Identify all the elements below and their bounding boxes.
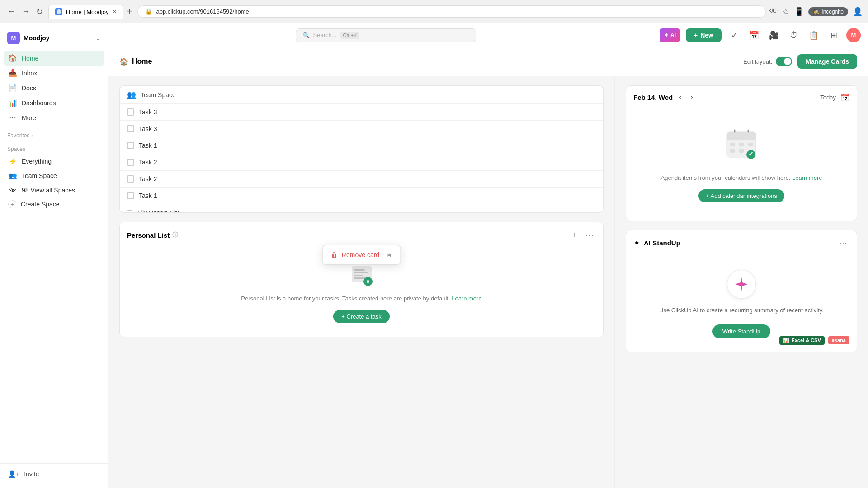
main-content: 🔍 Search... Ctrl+K ✦ AI + New ✓ 📅 🎥 ⏱ <box>108 23 868 488</box>
learn-more-link[interactable]: Learn more <box>452 295 481 302</box>
sidebar-nav: 🏠 Home 📥 Inbox 📄 Docs 📊 Dashboards ⋯ Mor… <box>0 49 108 127</box>
page-title: 🏠 Home <box>119 57 152 66</box>
remove-card-item[interactable]: 🗑 Remove card 🖱 <box>325 247 398 263</box>
task-checkbox[interactable] <box>127 175 134 183</box>
svg-text:✓: ✓ <box>748 150 754 158</box>
check-icon[interactable]: ✓ <box>727 28 741 42</box>
tab-title: Home | Moodjoy <box>66 9 108 15</box>
remove-card-label: Remove card <box>342 251 379 258</box>
spaces-item-everything[interactable]: ⚡ Everything <box>4 154 104 169</box>
workspace-header[interactable]: M Moodjoy ⌄ <box>0 27 108 49</box>
task-checkbox[interactable] <box>127 192 134 199</box>
edit-layout-toggle[interactable] <box>776 57 792 66</box>
reload-button[interactable]: ↻ <box>34 5 45 19</box>
spaces-item-create[interactable]: + Create Space <box>4 197 104 211</box>
calendar-icon[interactable]: 📅 <box>747 28 761 42</box>
user-avatar[interactable]: M <box>846 28 861 42</box>
svg-rect-13 <box>730 143 735 146</box>
cal-calendar-icon[interactable]: 📅 <box>840 93 849 102</box>
ai-standup-more-button[interactable]: ⋯ <box>837 237 849 249</box>
more-options-button[interactable]: ⋯ <box>583 229 596 241</box>
tab-favicon <box>55 8 62 15</box>
home-page-icon: 🏠 <box>119 57 128 66</box>
team-space-section-icon: 👥 <box>127 90 136 99</box>
create-task-button[interactable]: + Create a task <box>333 310 390 323</box>
task-checkbox[interactable] <box>127 108 134 116</box>
new-button[interactable]: + New <box>686 28 722 42</box>
svg-point-0 <box>57 9 61 14</box>
sidebar-item-inbox[interactable]: 📥 Inbox <box>4 66 104 80</box>
import-logos: 📊 Excel & CSV asana <box>779 336 849 345</box>
task-checkbox[interactable] <box>127 142 134 149</box>
cal-learn-more-link[interactable]: Learn more <box>792 174 822 181</box>
spaces-label: Spaces <box>0 141 108 154</box>
manage-cards-button[interactable]: Manage Cards <box>797 54 857 69</box>
table-row: Task 1 <box>120 137 603 154</box>
calendar-header: Feb 14, Wed ‹ › Today 📅 <box>626 86 857 108</box>
add-calendar-button[interactable]: + Add calendar integrations <box>698 189 784 202</box>
sidebar: M Moodjoy ⌄ 🏠 Home 📥 Inbox 📄 Docs 📊 Dash… <box>0 23 108 488</box>
sidebar-item-home[interactable]: 🏠 Home <box>4 51 104 66</box>
svg-rect-14 <box>739 143 744 146</box>
home-icon: 🏠 <box>8 54 17 62</box>
personal-list-title-text: Personal List <box>127 231 170 239</box>
favorites-label: Favorites › <box>0 127 108 141</box>
spaces-text: Spaces <box>7 146 25 152</box>
table-row: Task 2 <box>120 171 603 188</box>
forward-button[interactable]: → <box>20 5 32 18</box>
excel-logo: 📊 Excel & CSV <box>779 336 824 345</box>
task-list-card: 👥 Team Space Task 3 Task 3 <box>119 85 604 213</box>
browser-actions: 👁 ☆ 📱 🕵 Incognito 👤 <box>769 7 863 17</box>
address-bar[interactable]: 🔒 app.clickup.com/9016164592/home <box>137 5 766 18</box>
table-row: ☰ Lily Rose's List <box>120 204 603 212</box>
doc-icon[interactable]: 📋 <box>807 28 821 42</box>
sidebar-item-invite[interactable]: 👤+ Invite <box>4 467 104 481</box>
remove-card-dropdown: 🗑 Remove card 🖱 <box>322 245 401 265</box>
spaces-item-viewall[interactable]: 👁 98 View all Spaces <box>4 183 104 197</box>
back-button[interactable]: ← <box>5 5 17 18</box>
task-label: Task 2 <box>139 175 157 183</box>
cal-prev-button[interactable]: ‹ <box>676 92 684 102</box>
svg-rect-15 <box>748 143 753 146</box>
excel-icon: 📊 <box>783 338 789 343</box>
svg-rect-16 <box>730 149 735 153</box>
ai-badge[interactable]: ✦ AI <box>660 28 680 42</box>
grid-icon[interactable]: ⊞ <box>826 28 841 42</box>
incognito-icon: 🕵 <box>813 9 820 15</box>
tab-close-button[interactable]: × <box>112 8 116 16</box>
write-standup-button[interactable]: Write StandUp <box>712 324 770 338</box>
add-task-button[interactable]: + <box>568 229 580 241</box>
cal-today-button[interactable]: Today <box>820 94 836 101</box>
search-bar[interactable]: 🔍 Search... Ctrl+K <box>296 28 476 42</box>
everything-icon: ⚡ <box>8 157 17 165</box>
spaces-list: ⚡ Everything 👥 Team Space 👁 98 View all … <box>0 154 108 211</box>
spaces-item-everything-label: Everything <box>22 158 52 165</box>
sidebar-item-docs[interactable]: 📄 Docs <box>4 80 104 95</box>
spaces-item-teamspace[interactable]: 👥 Team Space <box>4 169 104 183</box>
sidebar-item-dashboards[interactable]: 📊 Dashboards <box>4 95 104 110</box>
spaces-item-teamspace-label: Team Space <box>22 172 57 179</box>
star-icon[interactable]: ☆ <box>782 7 789 17</box>
task-checkbox[interactable] <box>127 159 134 166</box>
inbox-icon: 📥 <box>8 69 17 77</box>
search-shortcut: Ctrl+K <box>340 32 360 39</box>
cal-date: Feb 14, Wed <box>633 94 673 101</box>
search-placeholder: Search... <box>313 32 337 38</box>
topbar-actions: + New ✓ 📅 🎥 ⏱ 📋 ⊞ M <box>686 28 861 42</box>
edit-layout: Edit layout: <box>743 57 792 66</box>
sidebar-item-more[interactable]: ⋯ More <box>4 110 104 125</box>
video-icon[interactable]: 🎥 <box>767 28 781 42</box>
cal-next-button[interactable]: › <box>688 92 696 102</box>
ai-standup-title: AI StandUp <box>644 239 837 247</box>
active-tab[interactable]: Home | Moodjoy × <box>48 5 123 19</box>
table-row: Task 3 <box>120 121 603 137</box>
new-tab-button[interactable]: + <box>125 5 134 19</box>
task-checkbox[interactable] <box>127 125 134 132</box>
user-avatar-browser: 👤 <box>853 7 863 17</box>
create-space-icon: + <box>8 200 16 208</box>
clock-icon[interactable]: ⏱ <box>787 28 801 42</box>
spaces-item-create-label: Create Space <box>21 201 60 208</box>
docs-icon: 📄 <box>8 84 17 92</box>
task-label: Lily Rose's List <box>137 209 179 212</box>
right-panel: Feb 14, Wed ‹ › Today 📅 <box>615 76 868 488</box>
